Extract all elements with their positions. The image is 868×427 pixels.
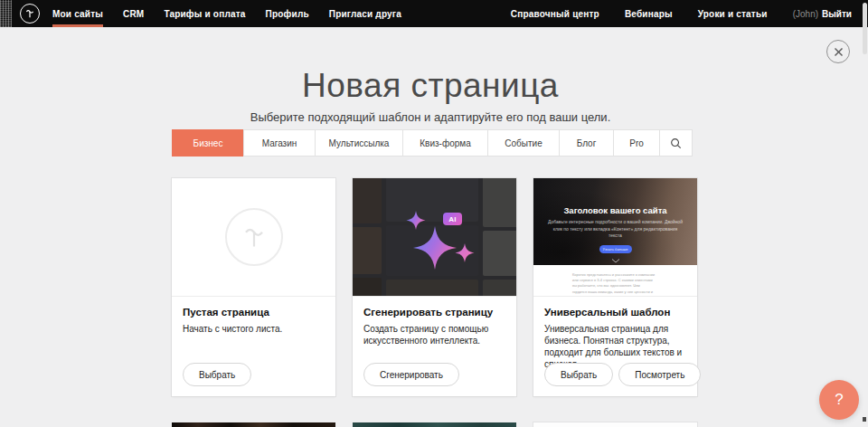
- tab-label: Событие: [505, 138, 542, 148]
- page-title: Новая страница: [0, 67, 861, 105]
- universal-card-body: Универсальный шаблон Универсальная стран…: [533, 297, 697, 395]
- tab-blog[interactable]: Блог: [559, 129, 614, 157]
- card-description: Начать с чистого листа.: [183, 323, 325, 335]
- card-description: Создать страницу с помощью искусственног…: [363, 323, 499, 346]
- nav-label: CRM: [123, 9, 144, 19]
- tab-quiz-form[interactable]: Квиз-форма: [402, 129, 488, 157]
- nav-label: Профиль: [266, 9, 309, 19]
- nav-invite-friend[interactable]: Пригласи друга: [319, 0, 411, 27]
- blank-card-body: Пустая страница Начать с чистого листа. …: [172, 297, 335, 395]
- card-title: Универсальный шаблон: [544, 307, 686, 318]
- close-button[interactable]: [826, 40, 850, 63]
- nav-label: Уроки и статьи: [698, 9, 768, 19]
- nav-label: Вебинары: [625, 9, 673, 19]
- blank-card-preview: [172, 178, 335, 297]
- close-icon: [834, 47, 844, 57]
- preview-hero-button: Узнать больше: [599, 245, 632, 253]
- tab-business[interactable]: Бизнес: [172, 129, 244, 157]
- tab-event[interactable]: Событие: [487, 129, 560, 157]
- scrollbar-end-mark: [863, 417, 866, 422]
- choose-blank-button[interactable]: Выбрать: [183, 363, 251, 386]
- card-title: Пустая страница: [183, 307, 325, 318]
- preview-universal-button[interactable]: Посмотреть: [618, 363, 701, 386]
- main-nav: Мои сайты CRM Тарифы и оплата Профиль Пр…: [42, 0, 411, 27]
- nav-webinars[interactable]: Вебинары: [625, 9, 673, 19]
- nav-my-sites[interactable]: Мои сайты: [42, 0, 113, 27]
- tilda-watermark-icon: [225, 208, 283, 266]
- secondary-nav: Справочный центр Вебинары Уроки и статьи…: [511, 9, 852, 19]
- nav-help-center[interactable]: Справочный центр: [511, 9, 599, 19]
- top-bar: Мои сайты CRM Тарифы и оплата Профиль Пр…: [0, 0, 868, 27]
- card-title: Сгенерировать страницу: [363, 307, 505, 318]
- preview-about-section: Коротко представьтесь и расскажите о ком…: [533, 265, 697, 297]
- template-category-tabs: Бизнес Магазин Мультиссылка Квиз-форма С…: [172, 129, 697, 157]
- ai-card-body: Сгенерировать страницу Создать страницу …: [353, 297, 516, 395]
- choose-universal-button[interactable]: Выбрать: [544, 363, 613, 386]
- question-mark-icon: ?: [835, 391, 843, 409]
- nav-label: Пригласи друга: [329, 9, 401, 19]
- partial-card-2[interactable]: [353, 422, 516, 427]
- partial-card-3[interactable]: [533, 422, 697, 427]
- nav-lessons[interactable]: Уроки и статьи: [698, 9, 768, 19]
- ai-badge: AI: [443, 213, 462, 225]
- chevron-down-icon: [611, 259, 620, 263]
- tab-shop[interactable]: Магазин: [243, 129, 316, 157]
- preview-hero-subtitle: Добавьте интересные подробности о вашей …: [548, 219, 684, 240]
- vertical-scrollbar[interactable]: [861, 0, 868, 427]
- tab-label: Бизнес: [193, 138, 223, 148]
- app-window: Мои сайты CRM Тарифы и оплата Профиль Пр…: [0, 0, 868, 427]
- nav-pricing[interactable]: Тарифы и оплата: [154, 0, 255, 27]
- ai-card-preview: AI: [353, 178, 516, 297]
- nav-label: Мои сайты: [52, 9, 103, 19]
- tab-label: Мультиссылка: [329, 138, 390, 148]
- tab-label: Блог: [577, 138, 597, 148]
- help-button[interactable]: ?: [819, 380, 859, 420]
- universal-card-preview: Заголовок вашего сайта Добавьте интересн…: [533, 178, 697, 297]
- user-logout[interactable]: (John) Выйти: [793, 9, 852, 19]
- template-card-ai: AI Сгенерировать страницу Создать страни…: [353, 178, 516, 396]
- nav-crm[interactable]: CRM: [113, 0, 154, 27]
- template-card-universal: Заголовок вашего сайта Добавьте интересн…: [533, 178, 697, 396]
- partial-card-1[interactable]: [172, 422, 335, 427]
- preview-hero-title: Заголовок вашего сайта: [533, 205, 697, 215]
- pattern-strip: [0, 0, 12, 27]
- tab-multilink[interactable]: Мультиссылка: [315, 129, 403, 157]
- page-subtitle: Выберите подходящий шаблон и адаптируйте…: [0, 110, 861, 124]
- tab-pro[interactable]: Pro: [613, 129, 660, 157]
- tab-label: Магазин: [262, 138, 297, 148]
- template-card-blank: Пустая страница Начать с чистого листа. …: [172, 178, 335, 396]
- nav-profile[interactable]: Профиль: [256, 0, 319, 27]
- tab-label: Pro: [629, 138, 644, 148]
- nav-label: Тарифы и оплата: [164, 9, 245, 19]
- nav-label: Справочный центр: [511, 9, 599, 19]
- generate-button[interactable]: Сгенерировать: [363, 363, 459, 386]
- tilda-glyph: [24, 8, 35, 19]
- tilda-logo-icon[interactable]: [20, 4, 40, 24]
- scrollbar-thumb[interactable]: [863, 3, 867, 54]
- logout-link[interactable]: Выйти: [822, 9, 852, 19]
- tab-label: Квиз-форма: [420, 138, 470, 148]
- preview-hero: Заголовок вашего сайта Добавьте интересн…: [533, 178, 697, 265]
- preview-about-text: Коротко представьтесь и расскажите о ком…: [572, 272, 656, 297]
- tab-search[interactable]: [659, 129, 693, 157]
- user-name: (John): [793, 9, 818, 19]
- search-icon: [670, 138, 682, 149]
